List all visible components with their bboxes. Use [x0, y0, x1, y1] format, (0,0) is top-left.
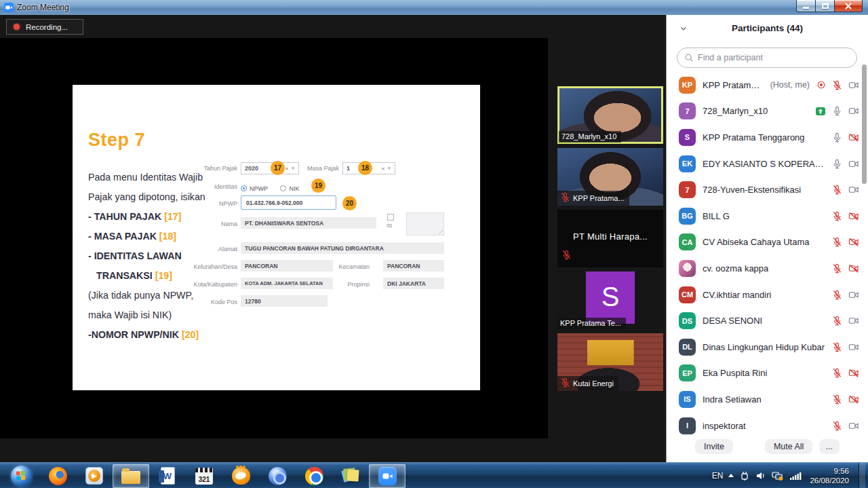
speaker-icon[interactable]: [755, 470, 766, 481]
participant-row[interactable]: CACV Abiseka Cahaya Utama: [667, 229, 868, 256]
tray-expand-icon[interactable]: [728, 474, 734, 477]
participant-name: 728_Marlyn_x10: [703, 106, 768, 116]
video-thumbnail[interactable]: Kutai Energi: [557, 333, 663, 391]
panel-scrollbar[interactable]: [862, 64, 867, 184]
explorer-button[interactable]: [113, 464, 149, 488]
participant-row[interactable]: EKEDY KASIANTO S KOPERASI TA...: [667, 151, 868, 177]
nama-field: PT. DHANISWARA SENTOSA: [241, 217, 376, 229]
participant-row[interactable]: ISIndra Setiawan: [667, 386, 868, 413]
participant-status-icons: [832, 342, 859, 352]
mpc-button[interactable]: 321: [186, 464, 222, 488]
participant-row[interactable]: cv. oozma kappa: [667, 255, 868, 282]
participant-search[interactable]: [677, 48, 857, 68]
signal-bars-icon[interactable]: [789, 471, 802, 481]
zoom-button[interactable]: [369, 464, 406, 488]
participant-status-icons: [832, 185, 859, 195]
slide-line: maka Wajib isi NIK): [88, 305, 231, 325]
network-alert-icon[interactable]: [772, 470, 784, 481]
search-input[interactable]: [698, 53, 850, 62]
video-thumbnail[interactable]: KPP Pratama...: [557, 148, 663, 206]
propinsi-field: DKI JAKARTA: [383, 278, 444, 289]
camera-off-icon: [848, 263, 859, 274]
language-indicator[interactable]: EN: [712, 471, 724, 481]
participant-name: KPP Pratama Te...: [703, 80, 764, 90]
participant-row[interactable]: DLDinas Lingkungan Hidup Kubar: [667, 334, 868, 360]
camera-on-icon: [848, 159, 859, 169]
mic-muted-icon: [832, 185, 842, 195]
video-thumbnails: 728_Marlyn_x10KPP Pratama...PT Multi Har…: [557, 86, 663, 395]
participant-meta: (Host, me): [770, 80, 810, 90]
participant-name: EDY KASIANTO S KOPERASI TA...: [703, 159, 825, 169]
avatar: IS: [679, 391, 696, 408]
power-plug-icon[interactable]: [739, 470, 750, 481]
alamat-field: TUGU PANCORAN BAWAH PATUNG DIRGANTARA: [241, 242, 444, 254]
step-ref: [19]: [155, 270, 172, 281]
invite-button[interactable]: Invite: [695, 439, 733, 454]
participant-name: Indra Setiawan: [703, 394, 762, 405]
npwp-field: 01.432.766.9-052.000: [241, 195, 336, 210]
participant-name: Eka Puspita Rini: [703, 368, 767, 378]
npwp-label: NPWP: [173, 200, 237, 207]
clock-date: 26/08/2020: [810, 476, 849, 485]
participant-status-icons: [832, 132, 859, 143]
clock-time: 9:56: [810, 466, 849, 476]
taskbar-buttons: ▶W321: [0, 463, 406, 488]
show-desktop-button[interactable]: [859, 463, 865, 488]
participant-name: CV Abiseka Cahaya Utama: [703, 237, 810, 247]
slide-heading: Step 7: [88, 130, 145, 151]
avatar: DL: [679, 339, 696, 356]
avatar: DS: [679, 312, 696, 329]
wmp-button[interactable]: ▶: [76, 464, 113, 488]
participant-row[interactable]: 7728-Yuven-Ekstensifikasi: [667, 176, 868, 203]
kode-pos-field: 12780: [241, 295, 328, 307]
participant-name: Dinas Lingkungan Hidup Kubar: [703, 342, 825, 352]
participant-row[interactable]: KPKPP Pratama Te...(Host, me): [667, 72, 868, 98]
more-options-button[interactable]: ...: [819, 439, 840, 454]
participant-row[interactable]: EPEka Puspita Rini: [667, 360, 868, 387]
camera-off-icon: [848, 237, 859, 247]
mic-muted-icon: [560, 192, 570, 204]
participant-status-icons: [832, 394, 859, 405]
participant-status-icons: [832, 368, 859, 378]
mic-on-icon: [832, 106, 842, 116]
gom-icon: [232, 467, 250, 485]
recording-indicator: Recording...: [6, 19, 83, 35]
mic-muted-icon: [832, 237, 842, 247]
participant-name: KPP Pratama Tenggarong: [703, 132, 805, 143]
minimize-button[interactable]: [796, 0, 816, 12]
propinsi-label: Propinsi: [334, 281, 370, 288]
gom-button[interactable]: [222, 464, 259, 488]
word-icon: W: [161, 467, 175, 485]
kelurahan-field: PANCORAN: [241, 260, 333, 271]
video-thumbnail[interactable]: SKPP Pratama Te...: [557, 271, 663, 329]
mute-all-button[interactable]: Mute All: [765, 439, 812, 454]
participant-row[interactable]: CMCV.ikhtiar mandiri: [667, 282, 868, 308]
participant-row[interactable]: DSDESA SENONI: [667, 307, 868, 334]
close-button[interactable]: [834, 0, 863, 12]
step-ref: [18]: [159, 231, 176, 242]
record-dot-icon: [816, 80, 826, 90]
firefox-button[interactable]: [39, 464, 76, 488]
camera-on-icon: [848, 290, 859, 300]
participant-name: KPP Pratama Te...: [560, 319, 621, 327]
start-button[interactable]: [3, 464, 39, 488]
participant-name: 728-Yuven-Ekstensifikasi: [703, 185, 801, 195]
word-button[interactable]: W: [149, 464, 186, 488]
chrome-button[interactable]: [296, 464, 332, 488]
mic-muted-icon: [561, 250, 572, 263]
video-thumbnail[interactable]: 728_Marlyn_x10: [557, 86, 663, 144]
participant-name: KPP Pratama...: [573, 194, 625, 202]
participant-row[interactable]: BGBILL G: [667, 203, 868, 229]
chromium-button[interactable]: [259, 464, 296, 488]
clock[interactable]: 9:56 26/08/2020: [810, 466, 849, 485]
radio-npwp-selected-icon: [241, 185, 247, 191]
participant-status-icons: [832, 263, 859, 274]
video-thumbnail[interactable]: PT Multi Harapa...: [557, 210, 663, 267]
screen-share-icon: [815, 106, 826, 117]
participant-row[interactable]: SKPP Pratama Tenggarong: [667, 124, 868, 151]
maximize-button[interactable]: [816, 0, 834, 12]
participant-list: KPKPP Pratama Te...(Host, me)7728_Marlyn…: [667, 72, 868, 438]
participant-row[interactable]: 7728_Marlyn_x10: [667, 98, 868, 125]
participants-header: Participants (44): [667, 15, 868, 42]
sticky-notes-button[interactable]: [332, 464, 369, 488]
